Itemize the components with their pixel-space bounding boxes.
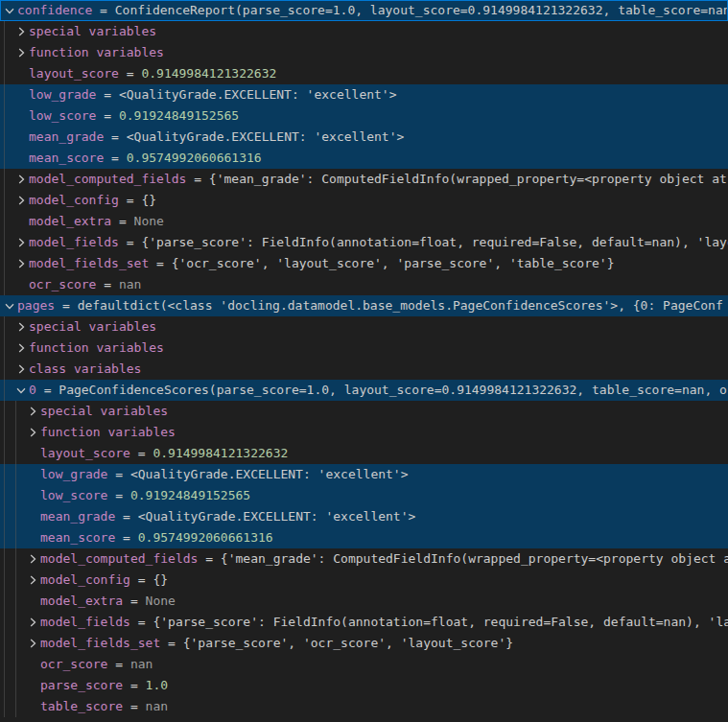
variable-row[interactable]: mean_grade = <QualityGrade.EXCELLENT: 'e… [0, 127, 728, 148]
chevron-right-icon[interactable] [25, 615, 40, 630]
indent-guide [15, 548, 16, 570]
variable-name: low_grade [29, 87, 96, 102]
chevron-right-icon[interactable] [13, 235, 29, 250]
indent-guide [4, 338, 5, 359]
variable-row[interactable]: model_config = {} [0, 190, 728, 211]
equals-sign: = [160, 636, 182, 650]
equals-sign: = [123, 594, 145, 608]
equals-sign: = [130, 572, 153, 587]
variable-name: layout_score [29, 66, 119, 81]
variable-row[interactable]: ocr_score = nan [0, 274, 728, 295]
variable-row[interactable]: table_score = nan [0, 696, 728, 717]
chevron-right-icon[interactable] [13, 193, 29, 208]
equals-sign: = [198, 551, 220, 566]
chevron-right-icon[interactable] [13, 24, 29, 39]
chevron-right-icon[interactable] [25, 551, 40, 567]
variable-entry: layout_score = 0.9149984121322632 [40, 443, 288, 464]
variable-row[interactable]: model_config = {} [0, 570, 728, 591]
variable-value: {'mean_grade': ComputedFieldInfo(wrapped… [221, 551, 728, 566]
indent-guide [15, 422, 16, 443]
variable-name: mean_grade [40, 509, 115, 524]
variable-name: parse_score [40, 678, 123, 692]
variable-value: {} [141, 193, 156, 207]
variable-value: 0.91924849152565 [130, 488, 250, 502]
variable-row[interactable]: layout_score = 0.9149984121322632 [0, 63, 728, 84]
variable-value: PageConfidenceScores(parse_score=1.0, la… [59, 383, 727, 397]
equals-sign: = [149, 256, 171, 270]
variable-row[interactable]: model_computed_fields = {'mean_grade': C… [0, 169, 728, 190]
equals-sign: = [104, 151, 126, 165]
variable-row[interactable]: model_computed_fields = {'mean_grade': C… [0, 548, 728, 570]
chevron-right-icon[interactable] [13, 361, 29, 377]
variable-entry: model_config = {} [29, 190, 156, 211]
variable-row[interactable]: special variables [0, 316, 728, 338]
variable-row[interactable]: class variables [0, 359, 728, 380]
variable-name: special variables [29, 319, 156, 334]
indent-guide [4, 612, 5, 633]
variable-entry: model_extra = None [40, 591, 176, 612]
variable-row[interactable]: mean_score = 0.9574992060661316 [0, 148, 728, 169]
variable-entry: class variables [29, 359, 141, 380]
chevron-down-icon[interactable] [2, 298, 17, 314]
variable-row[interactable]: model_fields = {'parse_score': FieldInfo… [0, 612, 728, 633]
indent-guide [4, 506, 5, 527]
variable-entry: ocr_score = nan [40, 654, 153, 675]
variable-row[interactable]: model_fields_set = {'ocr_score', 'layout… [0, 253, 728, 274]
variable-row[interactable]: model_extra = None [0, 591, 728, 612]
indent-guide [4, 84, 5, 105]
variable-entry: mean_grade = <QualityGrade.EXCELLENT: 'e… [29, 127, 404, 148]
variable-entry: model_computed_fields = {'mean_grade': C… [29, 169, 727, 190]
variable-row[interactable]: function variables [0, 422, 728, 443]
variable-name: model_extra [29, 214, 111, 228]
variable-row[interactable]: mean_grade = <QualityGrade.EXCELLENT: 'e… [0, 506, 728, 527]
indent-guide [15, 464, 16, 485]
chevron-right-icon[interactable] [25, 404, 40, 419]
variable-value: {'parse_score': FieldInfo(annotation=flo… [153, 615, 728, 629]
equals-sign: = [115, 509, 137, 524]
variable-row[interactable]: model_fields = {'parse_score': FieldInfo… [0, 232, 728, 253]
variable-row[interactable]: confidence = ConfidenceReport(parse_scor… [0, 0, 728, 21]
variable-entry: function variables [29, 338, 164, 359]
chevron-right-icon[interactable] [13, 256, 29, 271]
variable-row[interactable]: special variables [0, 21, 728, 42]
chevron-right-icon[interactable] [25, 636, 40, 651]
chevron-right-icon[interactable] [13, 172, 29, 187]
chevron-right-icon[interactable] [25, 572, 40, 588]
variable-value: nan [146, 699, 168, 713]
variable-row[interactable]: function variables [0, 42, 728, 63]
chevron-right-icon[interactable] [13, 340, 29, 356]
variable-row[interactable]: parse_score = 1.0 [0, 675, 728, 696]
chevron-down-icon[interactable] [2, 3, 17, 18]
variable-row[interactable]: low_score = 0.91924849152565 [0, 485, 728, 506]
chevron-right-icon[interactable] [25, 425, 40, 440]
variable-value: {'parse_score', 'ocr_score', 'layout_sco… [183, 636, 513, 650]
variable-entry: ocr_score = nan [29, 274, 141, 295]
indent-guide [15, 591, 16, 612]
variable-entry: low_score = 0.91924849152565 [40, 485, 250, 506]
variable-row[interactable]: layout_score = 0.9149984121322632 [0, 443, 728, 464]
chevron-down-icon[interactable] [13, 383, 29, 398]
indent-guide [4, 127, 5, 148]
variable-name: mean_grade [29, 129, 104, 144]
indent-guide [15, 506, 16, 527]
indent-guide [4, 42, 5, 63]
variable-row[interactable]: low_score = 0.91924849152565 [0, 105, 728, 127]
variable-row[interactable]: model_extra = None [0, 211, 728, 232]
variable-row[interactable]: low_grade = <QualityGrade.EXCELLENT: 'ex… [0, 464, 728, 485]
variable-row[interactable]: special variables [0, 401, 728, 422]
variable-row[interactable]: model_fields_set = {'parse_score', 'ocr_… [0, 633, 728, 654]
indent-guide [4, 633, 5, 654]
indent-guide [4, 148, 5, 169]
variable-entry: confidence = ConfidenceReport(parse_scor… [17, 0, 728, 21]
chevron-right-icon[interactable] [13, 319, 29, 335]
variable-row[interactable]: function variables [0, 338, 728, 359]
variable-row[interactable]: mean_score = 0.9574992060661316 [0, 527, 728, 548]
indent-guide [4, 696, 5, 717]
chevron-right-icon[interactable] [13, 45, 29, 60]
variable-row[interactable]: pages = defaultdict(<class 'docling.data… [0, 295, 728, 316]
variable-name: low_grade [40, 467, 107, 481]
variable-row[interactable]: 0 = PageConfidenceScores(parse_score=1.0… [0, 380, 728, 401]
variable-value: {} [153, 572, 168, 587]
variable-row[interactable]: ocr_score = nan [0, 654, 728, 675]
variable-row[interactable]: low_grade = <QualityGrade.EXCELLENT: 'ex… [0, 84, 728, 105]
